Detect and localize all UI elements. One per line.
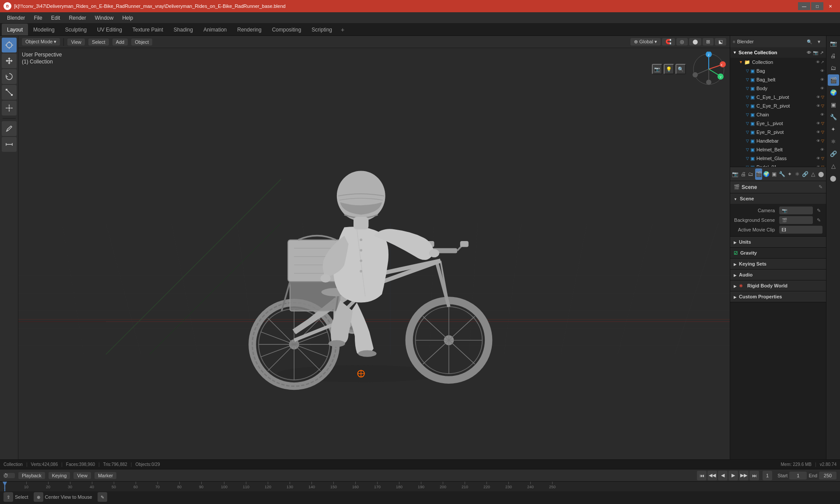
sidebar-prop-constraints[interactable]: 🔗 bbox=[828, 148, 839, 159]
tab-layout[interactable]: Layout bbox=[2, 24, 28, 35]
sidebar-prop-objectdata[interactable]: △ bbox=[828, 160, 839, 172]
outliner-search-button[interactable]: 🔍 bbox=[805, 37, 814, 46]
obj-eye[interactable]: 👁 bbox=[820, 69, 824, 73]
viewport-shading-button[interactable]: ⬤ bbox=[689, 38, 701, 46]
list-item[interactable]: ▽ ▣ Bag 👁 bbox=[730, 66, 826, 75]
prop-tab-particles[interactable]: ✦ bbox=[786, 168, 793, 180]
sidebar-prop-physics[interactable]: ⚛ bbox=[828, 136, 839, 147]
prop-tab-material[interactable]: ⬤ bbox=[817, 168, 824, 180]
helmb-eye[interactable]: 👁 bbox=[820, 147, 824, 152]
jump-to-start-button[interactable]: ⏮ bbox=[697, 471, 707, 480]
active-movie-clip-value[interactable]: 🎞 bbox=[779, 226, 822, 234]
viewport-canvas[interactable]: User Perspective (1) Collection X bbox=[18, 48, 730, 469]
overlay-button[interactable]: ⊞ bbox=[703, 38, 714, 46]
scene-collection-eye[interactable]: 👁 bbox=[807, 50, 811, 55]
rigid-body-section-header[interactable]: ⚛ Rigid Body World bbox=[730, 280, 826, 291]
play-reverse-button[interactable]: ◀ bbox=[718, 471, 728, 480]
list-item[interactable]: ▽ ▣ Pedal_01 👁 ▽ bbox=[730, 163, 826, 167]
sidebar-prop-object[interactable]: ▣ bbox=[828, 99, 839, 110]
list-item[interactable]: ▽ ▣ Handlebar 👁 ▽ bbox=[730, 136, 826, 145]
prop-tab-object[interactable]: ▣ bbox=[771, 168, 778, 180]
sidebar-prop-scene[interactable]: 🎬 bbox=[828, 74, 839, 86]
timeline-ruler[interactable]: 1 10 20 30 40 50 60 70 bbox=[0, 482, 840, 491]
chain-eye[interactable]: 👁 bbox=[820, 112, 824, 117]
annotate-tool-button[interactable] bbox=[2, 121, 17, 136]
keying-section-header[interactable]: Keying Sets bbox=[730, 259, 826, 269]
list-item[interactable]: ▽ ▣ C_Eye_R_pivot 👁 ▽ bbox=[730, 102, 826, 110]
scene-section-header[interactable]: Scene bbox=[730, 193, 826, 204]
viewport[interactable]: Object Mode ▾ View Select Add Object ⊕ G… bbox=[18, 36, 730, 469]
gravity-checkbox[interactable]: ☑ bbox=[734, 251, 738, 256]
play-button[interactable]: ▶ bbox=[728, 471, 738, 480]
prop-tab-render[interactable]: 📷 bbox=[732, 168, 739, 180]
marker-button[interactable]: Marker bbox=[94, 472, 116, 479]
xray-button[interactable]: ⬕ bbox=[715, 38, 726, 46]
timeline-playhead[interactable] bbox=[4, 482, 5, 491]
list-item[interactable]: ▽ ▣ Eye_R_pivot 👁 ▽ bbox=[730, 128, 826, 136]
prop-tab-objectdata[interactable]: △ bbox=[810, 168, 817, 180]
tab-compositing[interactable]: Compositing bbox=[267, 24, 307, 35]
jump-to-end-button[interactable]: ⏭ bbox=[749, 471, 759, 480]
sidebar-prop-render[interactable]: 📷 bbox=[828, 38, 839, 49]
sidebar-prop-modifier[interactable]: 🔧 bbox=[828, 111, 839, 122]
menu-help[interactable]: Help bbox=[119, 14, 136, 22]
prev-keyframe-button[interactable]: ◀◀ bbox=[707, 471, 717, 480]
eyelp-eye[interactable]: 👁 bbox=[816, 121, 820, 126]
sidebar-prop-world[interactable]: 🌍 bbox=[828, 87, 839, 98]
select-menu-button[interactable]: Select bbox=[88, 38, 109, 46]
eyerp-eye[interactable]: 👁 bbox=[816, 130, 820, 134]
maximize-button[interactable]: □ bbox=[811, 2, 823, 10]
ceyer-eye[interactable]: 👁 bbox=[816, 104, 820, 108]
sidebar-prop-material[interactable]: ⬤ bbox=[828, 172, 839, 184]
camera-edit-icon[interactable]: ✎ bbox=[815, 206, 822, 214]
prop-tab-output[interactable]: 🖨 bbox=[740, 168, 747, 180]
body-eye[interactable]: 👁 bbox=[820, 86, 824, 91]
menu-render[interactable]: Render bbox=[65, 14, 89, 22]
measure-tool-button[interactable] bbox=[2, 137, 17, 152]
minimize-button[interactable]: — bbox=[798, 2, 810, 10]
scene-collection-camera[interactable]: 📷 bbox=[813, 50, 818, 55]
keying-button[interactable]: Keying bbox=[49, 472, 70, 479]
object-mode-button[interactable]: Object Mode ▾ bbox=[22, 38, 60, 46]
scene-collection-select[interactable]: ↗ bbox=[820, 50, 823, 55]
tab-sculpting[interactable]: Sculpting bbox=[60, 24, 92, 35]
custom-props-section-header[interactable]: Custom Properties bbox=[730, 291, 826, 302]
menu-edit[interactable]: Edit bbox=[48, 14, 64, 22]
list-item[interactable]: ▽ ▣ Eye_L_pivot 👁 ▽ bbox=[730, 119, 826, 128]
playback-button[interactable]: Playback bbox=[18, 472, 45, 479]
object-menu-button[interactable]: Object bbox=[131, 38, 152, 46]
collection-cam-icon[interactable]: ↗ bbox=[821, 60, 824, 64]
add-workspace-button[interactable]: + bbox=[337, 24, 348, 35]
list-item[interactable]: ▽ ▣ C_Eye_L_pivot 👁 ▽ bbox=[730, 93, 826, 102]
tab-shading[interactable]: Shading bbox=[168, 24, 198, 35]
audio-section-header[interactable]: Audio bbox=[730, 270, 826, 280]
list-item[interactable]: ▽ ▣ Helmet_Belt 👁 bbox=[730, 145, 826, 154]
scale-tool-button[interactable] bbox=[2, 85, 17, 100]
tab-modeling[interactable]: Modeling bbox=[28, 24, 60, 35]
tab-animation[interactable]: Animation bbox=[198, 24, 232, 35]
scene-properties-button[interactable]: ✎ bbox=[819, 184, 822, 190]
menu-window[interactable]: Window bbox=[91, 14, 117, 22]
sidebar-prop-output[interactable]: 🖨 bbox=[828, 50, 839, 61]
snap-button[interactable]: 🧲 bbox=[662, 38, 675, 46]
ceyel-eye[interactable]: 👁 bbox=[816, 95, 820, 99]
proportional-edit-button[interactable]: ◎ bbox=[676, 38, 688, 46]
camera-value[interactable]: 📷 bbox=[779, 206, 813, 214]
navigation-gizmo[interactable]: X Y Z bbox=[691, 52, 726, 87]
menu-file[interactable]: File bbox=[30, 14, 46, 22]
sidebar-prop-particles[interactable]: ✦ bbox=[828, 123, 839, 135]
outliner-filter-button[interactable]: ▼ bbox=[815, 37, 823, 46]
timeline-view-button[interactable]: View bbox=[74, 472, 91, 479]
list-item[interactable]: ▽ ▣ Helmet_Glass 👁 ▽ bbox=[730, 154, 826, 163]
units-section-header[interactable]: Units bbox=[730, 237, 826, 247]
prop-tab-viewlayer[interactable]: 🗂 bbox=[748, 168, 755, 180]
prop-tab-scene[interactable]: 🎬 bbox=[755, 168, 762, 180]
tab-uv-editing[interactable]: UV Editing bbox=[92, 24, 127, 35]
outliner-collection[interactable]: ▼ 📁 Collection 👁 ↗ bbox=[730, 58, 826, 66]
global-transform-button[interactable]: ⊕ Global ▾ bbox=[630, 38, 661, 46]
viewport-cameras-button[interactable]: 📷 bbox=[652, 64, 662, 74]
menu-blender[interactable]: Blender bbox=[4, 14, 28, 22]
list-item[interactable]: ▽ ▣ Bag_belt 👁 bbox=[730, 75, 826, 84]
bg-scene-edit-icon[interactable]: ✎ bbox=[815, 216, 822, 224]
tab-texture-paint[interactable]: Texture Paint bbox=[127, 24, 168, 35]
